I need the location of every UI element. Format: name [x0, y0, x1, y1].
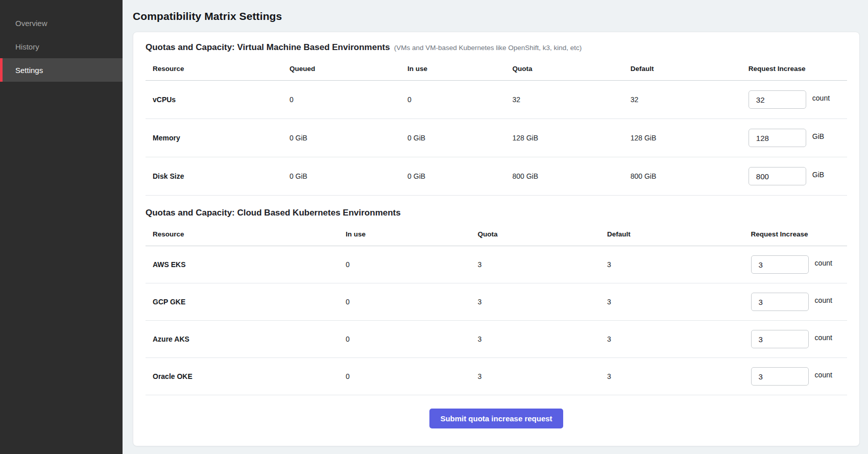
resource-name: Oracle OKE [153, 372, 346, 380]
unit-label: count [812, 94, 830, 102]
sidebar-item-history[interactable]: History [0, 35, 123, 58]
table-row-memory: Memory 0 GiB 0 GiB 128 GiB 128 GiB GiB [146, 119, 847, 157]
unit-label: count [815, 259, 832, 267]
request-increase-input-memory[interactable] [749, 129, 806, 147]
in-use-value: 0 [407, 95, 512, 104]
unit-label: count [815, 333, 832, 342]
resource-name: Disk Size [153, 172, 290, 180]
column-header-request-increase: Request Increase [751, 230, 847, 238]
table-row-disk-size: Disk Size 0 GiB 0 GiB 800 GiB 800 GiB Gi… [146, 157, 847, 196]
sidebar: Overview History Settings [0, 0, 123, 454]
table-row-gcp-gke: GCP GKE 0 3 3 count [146, 283, 847, 321]
column-header-default: Default [607, 230, 751, 238]
column-header-request-increase: Request Increase [749, 65, 847, 73]
sidebar-item-settings[interactable]: Settings [0, 58, 123, 82]
quota-value: 3 [477, 260, 607, 269]
in-use-value: 0 [346, 372, 477, 380]
request-increase-cell: count [751, 293, 847, 311]
request-increase-input-oracle-oke[interactable] [751, 367, 809, 386]
cloud-table-header: Resource In use Quota Default Request In… [146, 228, 847, 246]
unit-label: GiB [812, 171, 824, 179]
in-use-value: 0 GiB [407, 172, 512, 180]
resource-name: Azure AKS [153, 335, 346, 343]
quotas-card: Quotas and Capacity: Virtual Machine Bas… [133, 32, 860, 446]
queued-value: 0 [290, 95, 407, 104]
queued-value: 0 GiB [290, 134, 407, 142]
column-header-queued: Queued [290, 65, 407, 73]
column-header-resource: Resource [153, 230, 346, 238]
in-use-value: 0 [346, 298, 477, 306]
request-increase-input-disk-size[interactable] [749, 167, 806, 185]
resource-name: Memory [153, 134, 290, 142]
resource-name: GCP GKE [153, 298, 346, 306]
column-header-resource: Resource [153, 65, 290, 73]
request-increase-input-azure-aks[interactable] [751, 330, 809, 348]
resource-name: vCPUs [153, 95, 290, 104]
unit-label: count [815, 371, 832, 379]
quota-value: 3 [477, 298, 607, 306]
cloud-section-title: Quotas and Capacity: Cloud Based Kuberne… [146, 208, 401, 218]
quota-value: 128 GiB [512, 134, 630, 142]
quota-value: 32 [512, 95, 630, 104]
request-increase-cell: GiB [749, 129, 847, 147]
queued-value: 0 GiB [290, 172, 407, 180]
column-header-quota: Quota [512, 65, 630, 73]
in-use-value: 0 GiB [407, 134, 512, 142]
vm-table-header: Resource Queued In use Quota Default Req… [146, 63, 847, 81]
quota-value: 3 [477, 372, 607, 380]
default-value: 32 [631, 95, 749, 104]
request-increase-input-vcpus[interactable] [749, 90, 806, 109]
page-title: Compatibility Matrix Settings [133, 10, 860, 22]
request-increase-cell: count [751, 330, 847, 348]
column-header-quota: Quota [477, 230, 607, 238]
vm-section-header: Quotas and Capacity: Virtual Machine Bas… [146, 42, 847, 53]
default-value: 3 [607, 298, 751, 306]
in-use-value: 0 [346, 335, 477, 343]
vm-section-subtitle: (VMs and VM-based Kubernetes like OpenSh… [394, 44, 582, 52]
column-header-in-use: In use [407, 65, 512, 73]
default-value: 3 [607, 335, 751, 343]
request-increase-cell: count [751, 255, 847, 274]
submit-quota-request-button[interactable]: Submit quota increase request [429, 409, 563, 428]
default-value: 128 GiB [631, 134, 749, 142]
main-content: Compatibility Matrix Settings Quotas and… [123, 0, 868, 454]
table-row-oracle-oke: Oracle OKE 0 3 3 count [146, 358, 847, 395]
default-value: 3 [607, 260, 751, 269]
quota-value: 3 [477, 335, 607, 343]
app-window: Overview History Settings Compatibility … [0, 0, 868, 454]
unit-label: GiB [812, 132, 824, 140]
quota-value: 800 GiB [512, 172, 630, 180]
default-value: 3 [607, 372, 751, 380]
table-row-azure-aks: Azure AKS 0 3 3 count [146, 321, 847, 358]
table-row-aws-eks: AWS EKS 0 3 3 count [146, 246, 847, 283]
table-row-vcpus: vCPUs 0 0 32 32 count [146, 81, 847, 119]
cloud-section-header: Quotas and Capacity: Cloud Based Kuberne… [146, 208, 847, 218]
request-increase-cell: GiB [749, 167, 847, 185]
request-increase-input-gcp-gke[interactable] [751, 293, 809, 311]
card-footer: Submit quota increase request [146, 409, 847, 428]
in-use-value: 0 [346, 260, 477, 269]
unit-label: count [815, 296, 832, 304]
vm-section-title: Quotas and Capacity: Virtual Machine Bas… [146, 42, 390, 53]
request-increase-cell: count [749, 90, 847, 109]
sidebar-item-overview[interactable]: Overview [0, 11, 123, 35]
default-value: 800 GiB [631, 172, 749, 180]
column-header-in-use: In use [346, 230, 477, 238]
request-increase-input-aws-eks[interactable] [751, 255, 809, 274]
column-header-default: Default [631, 65, 749, 73]
resource-name: AWS EKS [153, 260, 346, 269]
request-increase-cell: count [751, 367, 847, 386]
